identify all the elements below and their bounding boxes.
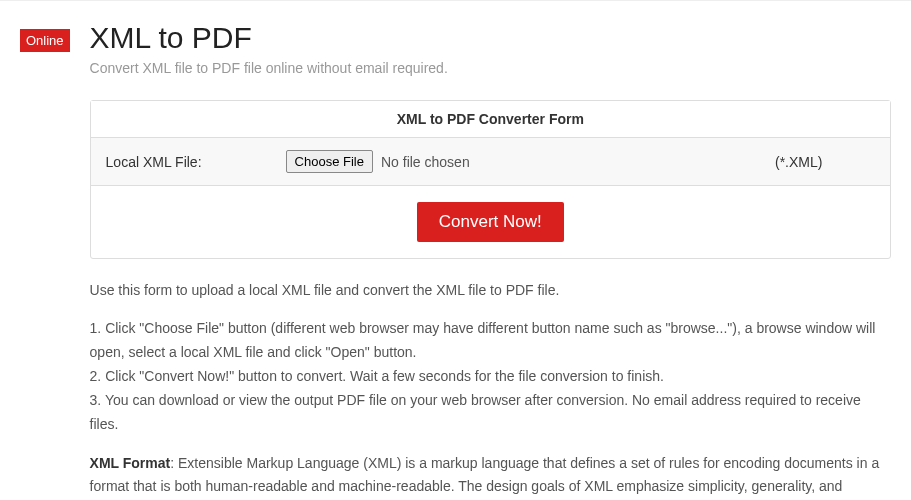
step-2: 2. Click "Convert Now!" button to conver… <box>90 365 891 389</box>
panel-heading: XML to PDF Converter Form <box>91 101 890 138</box>
file-status-text: No file chosen <box>381 154 470 170</box>
xml-format-label: XML Format <box>90 455 171 471</box>
step-1: 1. Click "Choose File" button (different… <box>90 317 891 365</box>
top-divider <box>0 0 911 1</box>
header-row: Online XML to PDF Convert XML file to PD… <box>20 21 891 500</box>
intro-paragraph: Use this form to upload a local XML file… <box>90 279 891 301</box>
choose-file-button[interactable]: Choose File <box>286 150 373 173</box>
online-badge: Online <box>20 29 70 52</box>
converter-panel: XML to PDF Converter Form Local XML File… <box>90 100 891 259</box>
xml-format-body: : Extensible Markup Language (XML) is a … <box>90 455 880 500</box>
step-3: 3. You can download or view the output P… <box>90 389 891 437</box>
page-container: Online XML to PDF Convert XML file to PD… <box>0 11 911 500</box>
file-extension-hint: (*.XML) <box>760 142 890 182</box>
main-column: XML to PDF Convert XML file to PDF file … <box>90 21 891 500</box>
page-title: XML to PDF <box>90 21 891 54</box>
xml-format-paragraph: XML Format: Extensible Markup Language (… <box>90 452 891 500</box>
file-input-row: Local XML File: Choose File No file chos… <box>91 138 890 186</box>
convert-now-button[interactable]: Convert Now! <box>417 202 564 242</box>
file-input-label: Local XML File: <box>91 142 271 182</box>
steps-block: 1. Click "Choose File" button (different… <box>90 317 891 436</box>
page-subtitle: Convert XML file to PDF file online with… <box>90 60 891 76</box>
panel-action-row: Convert Now! <box>91 186 890 258</box>
file-input-cell: Choose File No file chosen <box>271 138 760 185</box>
